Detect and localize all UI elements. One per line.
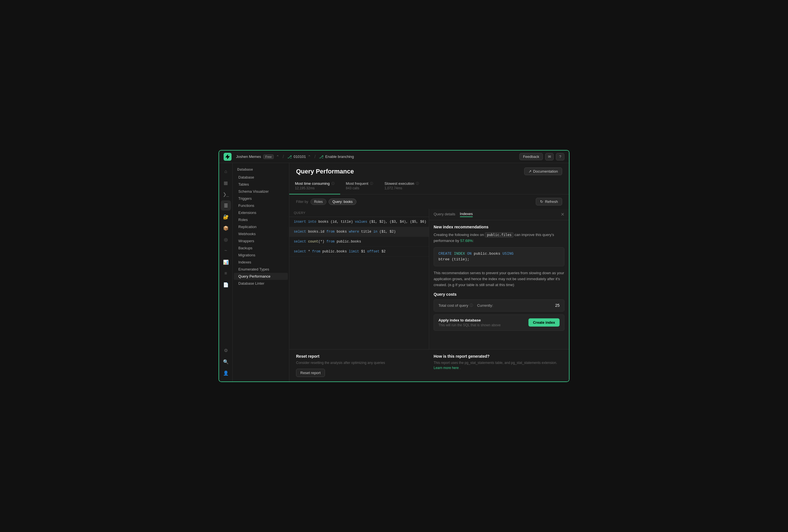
refresh-button[interactable]: ↻ Refresh [536,198,562,205]
auth-icon-button[interactable]: 🔐 [221,212,231,222]
filter-row: Filter by Roles Query: books ↻ Refresh [289,194,569,209]
enable-branching[interactable]: ⎇ Enable branching [319,155,354,159]
tab-most-frequent[interactable]: Most frequent ⓘ 843 calls [340,179,379,194]
sidebar-item-wrappers[interactable]: Wrappers [234,237,288,244]
topbar-right: Feedback ✉ ? [519,153,565,160]
realtime-icon-button[interactable]: ~ [221,245,231,256]
settings-icon-button[interactable]: ⚙ [221,345,231,355]
costs-section: Query costs Total cost of query ⓘ Curren… [434,292,565,331]
separator-2: / [314,154,316,159]
mail-icon-button[interactable]: ✉ [545,153,554,160]
recommendation-intro: Creating the following index on public.f… [434,232,565,244]
logs-icon-button[interactable]: 📄 [221,280,231,290]
refresh-icon: ↻ [540,199,543,204]
total-cost-value: 25 [555,303,559,308]
sidebar-item-query-performance[interactable]: Query Performance [234,273,288,280]
enable-branching-label: Enable branching [325,155,354,159]
query-code: select * from public.books limit $1 offs… [294,250,424,254]
edge-icon-button[interactable]: ◎ [221,234,231,244]
feedback-button[interactable]: Feedback [519,153,543,160]
reports-icon-button[interactable]: ≡ [221,268,231,278]
tab-most-frequent-stat: 843 calls [346,186,373,190]
sidebar-item-extensions[interactable]: Extensions [234,209,288,216]
apply-title: Apply index to database [438,318,529,322]
filter-tag-roles[interactable]: Roles [311,199,327,205]
sidebar-item-schema-visualizer[interactable]: Schema Visualizer [234,188,288,195]
database-icon-button[interactable]: ☰ [221,200,231,211]
chart-icon-button[interactable]: 📊 [221,257,231,267]
separator-1: / [283,154,284,159]
query-row[interactable]: select count(*) from public.books [289,237,429,247]
icon-sidebar: ⌂ ▦ ❯_ ☰ 🔐 📦 ◎ ~ 📊 ≡ 📄 ⚙ 🔍 👤 [219,163,233,381]
how-card: How is this report generated? This repor… [434,354,562,377]
detail-panel: Query details Indexes ✕ New index recomm… [429,209,569,349]
sidebar-item-replication[interactable]: Replication [234,223,288,230]
sidebar-item-tables[interactable]: Tables [234,181,288,188]
total-cost-info-icon: ⓘ [470,303,473,308]
home-icon-button[interactable]: ⌂ [221,166,231,177]
tab-query-details[interactable]: Query details [434,212,455,217]
tab-most-time-stat: 12,195.32ms [295,186,335,190]
search-icon-button[interactable]: 🔍 [221,357,231,367]
query-detail-split: Query insert into books (id, title) valu… [289,209,569,349]
table-icon-button[interactable]: ▦ [221,178,231,188]
costs-heading: Query costs [434,292,565,297]
query-row[interactable]: select * from public.books limit $1 offs… [289,247,429,257]
tab-slowest-stat: 1,072.74ms [385,186,419,190]
improvement-percent: 57.68% [460,239,473,243]
query-list-header: Query [289,209,429,217]
branching-icon: ⎇ [319,155,323,159]
query-code: select count(*) from public.books [294,240,424,244]
tab-indexes[interactable]: Indexes [460,212,473,217]
branch-selector[interactable]: ⎇ 010101 ⌃ [287,155,311,159]
query-row[interactable]: insert into books (id, title) values ($1… [289,217,429,227]
bottom-section: Reset report Consider resetting the anal… [289,349,569,381]
avatar-button[interactable]: 👤 [221,368,231,378]
close-button[interactable]: ✕ [561,212,565,217]
external-link-icon: ↗ [529,169,532,174]
how-desc: This report uses the pg_stat_statements … [434,360,562,370]
content-header: Query Performance ↗ Documentation [289,163,569,175]
project-chevron-icon[interactable]: ⌃ [276,155,279,159]
how-title: How is this report generated? [434,354,562,358]
help-icon-button[interactable]: ? [556,153,565,160]
apply-desc: This will run the SQL that is shown abov… [438,323,529,327]
recommendation-body: This recommendation serves to prevent yo… [434,270,565,288]
query-list: Query insert into books (id, title) valu… [289,209,429,349]
nav-sidebar: Database Database Tables Schema Visualiz… [233,163,289,381]
reset-card: Reset report Consider resetting the anal… [296,354,425,377]
detail-header: Query details Indexes ✕ [429,209,569,220]
sidebar-item-indexes[interactable]: Indexes [234,259,288,266]
project-plan: Free [263,155,274,159]
query-row[interactable]: select books.id from books where title i… [289,227,429,237]
costs-card: Total cost of query ⓘ Currently: 25 [434,299,565,312]
sidebar-item-enumerated-types[interactable]: Enumerated Types [234,266,288,273]
sidebar-item-webhooks[interactable]: Webhooks [234,230,288,237]
project-name: Joshen Memes [236,155,261,159]
tab-most-time-consuming[interactable]: Most time consuming ⓘ 12,195.32ms [289,179,340,194]
sidebar-item-database-linter[interactable]: Database Linter [234,280,288,287]
page-title: Query Performance [296,168,354,175]
documentation-button[interactable]: ↗ Documentation [524,168,562,175]
sidebar-item-functions[interactable]: Functions [234,202,288,209]
terminal-icon-button[interactable]: ❯_ [221,189,231,199]
sidebar-item-triggers[interactable]: Triggers [234,195,288,202]
filter-tag-books[interactable]: Query: books [329,199,356,205]
sidebar-item-migrations[interactable]: Migrations [234,252,288,259]
tab-slowest-execution[interactable]: Slowest execution ⓘ 1,072.74ms [379,179,425,194]
learn-more-link[interactable]: Learn more here [434,366,459,370]
sidebar-item-backups[interactable]: Backups [234,244,288,252]
sidebar-item-roles[interactable]: Roles [234,216,288,223]
reset-title: Reset report [296,354,425,358]
sidebar-item-database[interactable]: Database [234,174,288,181]
public-files-chip: public.files [485,232,513,237]
branch-id: 010101 [294,155,306,159]
storage-icon-button[interactable]: 📦 [221,223,231,233]
detail-body: New index recommendations Creating the f… [429,220,569,349]
app-logo [223,153,232,161]
reset-report-button[interactable]: Reset report [296,369,325,377]
new-index-heading: New index recommendations [434,225,565,229]
branch-icon: ⎇ [287,155,292,159]
branch-chevron-icon[interactable]: ⌃ [308,155,311,159]
create-index-button[interactable]: Create index [529,318,559,327]
